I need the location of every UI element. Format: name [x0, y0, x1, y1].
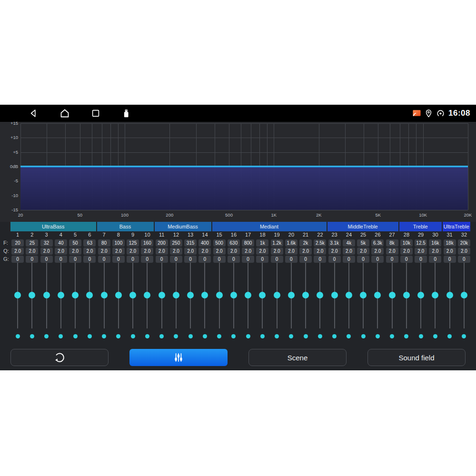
- band-17-slider-thumb[interactable]: [245, 292, 251, 298]
- band-number: 21: [298, 232, 313, 238]
- recents-icon[interactable]: [90, 108, 101, 119]
- band-26-slider-thumb[interactable]: [374, 292, 381, 298]
- band-4-slider-thumb[interactable]: [58, 292, 64, 298]
- band-25-slider-thumb[interactable]: [360, 292, 367, 298]
- band-6-slider-thumb[interactable]: [86, 292, 93, 298]
- band-32-indicator-dot: [462, 334, 466, 338]
- scene-button-label: Scene: [288, 354, 308, 362]
- reset-icon: [53, 351, 66, 364]
- back-icon[interactable]: [29, 108, 39, 119]
- band-23-slider-thumb[interactable]: [331, 292, 338, 298]
- band-28-slider-thumb[interactable]: [403, 292, 410, 298]
- band-14-slider-thumb[interactable]: [201, 292, 208, 298]
- band-1-slider-thumb[interactable]: [14, 292, 21, 298]
- equalizer-sliders-icon: [172, 351, 185, 364]
- band-1-indicator-dot: [16, 334, 20, 338]
- band-11-f-value: 200: [156, 239, 168, 247]
- band-number: 4: [54, 232, 68, 238]
- band-16-slider-thumb[interactable]: [230, 292, 237, 298]
- location-icon: [425, 109, 433, 118]
- sound-field-button[interactable]: Sound field: [367, 349, 466, 366]
- band-24-indicator-dot: [347, 334, 351, 338]
- band-number: 14: [198, 232, 212, 238]
- band-30-slider-thumb[interactable]: [432, 292, 438, 298]
- equalizer-button[interactable]: [129, 349, 228, 366]
- band-22-slider-thumb[interactable]: [317, 292, 323, 298]
- band-13-slider-thumb[interactable]: [187, 292, 194, 298]
- band-number: 2: [25, 232, 39, 238]
- band-number: 31: [443, 232, 457, 238]
- band-32-slider-thumb[interactable]: [461, 292, 467, 298]
- scene-button[interactable]: Scene: [248, 349, 347, 366]
- frequency-row-label: F:: [3, 239, 8, 247]
- reset-button[interactable]: [10, 349, 109, 366]
- band-12-slider-thumb[interactable]: [173, 292, 179, 298]
- band-number: 22: [313, 232, 327, 238]
- band-9-f-value: 125: [127, 239, 139, 247]
- band-16-q-value: 2.0: [228, 248, 240, 255]
- x-axis-label: 1K: [267, 212, 281, 218]
- band-number: 3: [40, 232, 54, 238]
- grid-line-horizontal: [20, 152, 468, 153]
- band-2-slider-thumb[interactable]: [29, 292, 35, 298]
- y-axis-label: -5: [0, 178, 18, 183]
- band-30-indicator-dot: [433, 334, 437, 338]
- home-icon[interactable]: [59, 108, 70, 119]
- band-21-q-value: 2.0: [299, 248, 312, 255]
- band-20-slider-thumb[interactable]: [288, 292, 295, 298]
- band-group-row: UltraBassBassMediumBassMediantMiddleTreb…: [10, 222, 471, 231]
- head-unit-display: 16:08 +15+10+50dB-5-10-1520501002005001K…: [0, 105, 476, 370]
- band-number: 10: [140, 232, 154, 238]
- band-17-indicator-dot: [246, 334, 250, 338]
- band-group-mediumbass[interactable]: MediumBass: [155, 222, 211, 231]
- band-15-slider-thumb[interactable]: [216, 292, 223, 298]
- band-15-f-value: 500: [213, 239, 226, 247]
- band-6-indicator-dot: [88, 334, 92, 338]
- band-group-middletreble[interactable]: MiddleTreble: [327, 222, 398, 231]
- status-indicators: 16:08: [412, 105, 470, 122]
- usb-drive-icon[interactable]: [121, 108, 131, 119]
- band-group-ultratreble[interactable]: UltraTreble: [443, 222, 471, 231]
- band-21-slider-thumb[interactable]: [302, 292, 309, 298]
- band-group-treble[interactable]: Treble: [399, 222, 442, 231]
- y-axis-label: +10: [0, 135, 18, 140]
- band-15-q-value: 2.0: [213, 248, 226, 255]
- q-factor-row-label: Q:: [3, 248, 9, 255]
- band-5-indicator-dot: [73, 334, 78, 338]
- screenshot-root: 16:08 +15+10+50dB-5-10-1520501002005001K…: [0, 0, 476, 476]
- band-9-indicator-dot: [131, 334, 135, 338]
- band-5-slider-thumb[interactable]: [72, 292, 79, 298]
- band-19-q-value: 2.0: [271, 248, 283, 255]
- y-axis-label: +5: [0, 150, 18, 155]
- band-group-ultrabass[interactable]: UltraBass: [10, 222, 96, 231]
- band-18-slider-thumb[interactable]: [259, 292, 266, 298]
- band-11-indicator-dot: [159, 334, 164, 338]
- band-31-slider-thumb[interactable]: [446, 292, 453, 298]
- band-24-q-value: 2.0: [343, 248, 355, 255]
- band-group-bass[interactable]: Bass: [97, 222, 154, 231]
- band-12-indicator-dot: [174, 334, 178, 338]
- band-19-slider-thumb[interactable]: [274, 292, 280, 298]
- band-8-indicator-dot: [116, 334, 120, 338]
- band-1-q-value: 2.0: [11, 248, 24, 255]
- x-axis-label: 20K: [461, 212, 475, 218]
- band-group-mediant[interactable]: Mediant: [212, 222, 327, 231]
- band-20-q-value: 2.0: [285, 248, 298, 255]
- sound-field-button-label: Sound field: [398, 354, 434, 362]
- band-8-slider-thumb[interactable]: [115, 292, 122, 298]
- band-27-slider-thumb[interactable]: [389, 292, 396, 298]
- band-9-slider-thumb[interactable]: [129, 292, 136, 298]
- band-24-slider-thumb[interactable]: [346, 292, 352, 298]
- band-29-f-value: 12.5: [415, 239, 427, 247]
- cast-icon: [412, 109, 421, 118]
- band-7-q-value: 2.0: [98, 248, 110, 255]
- band-29-indicator-dot: [419, 334, 423, 338]
- band-3-slider-thumb[interactable]: [43, 292, 50, 298]
- band-8-q-value: 2.0: [112, 248, 125, 255]
- band-29-slider-thumb[interactable]: [417, 292, 424, 298]
- y-axis-label: -10: [0, 193, 18, 198]
- band-number: 11: [155, 232, 169, 238]
- band-11-slider-thumb[interactable]: [159, 292, 165, 298]
- band-7-slider-thumb[interactable]: [101, 292, 108, 298]
- band-10-slider-thumb[interactable]: [144, 292, 150, 298]
